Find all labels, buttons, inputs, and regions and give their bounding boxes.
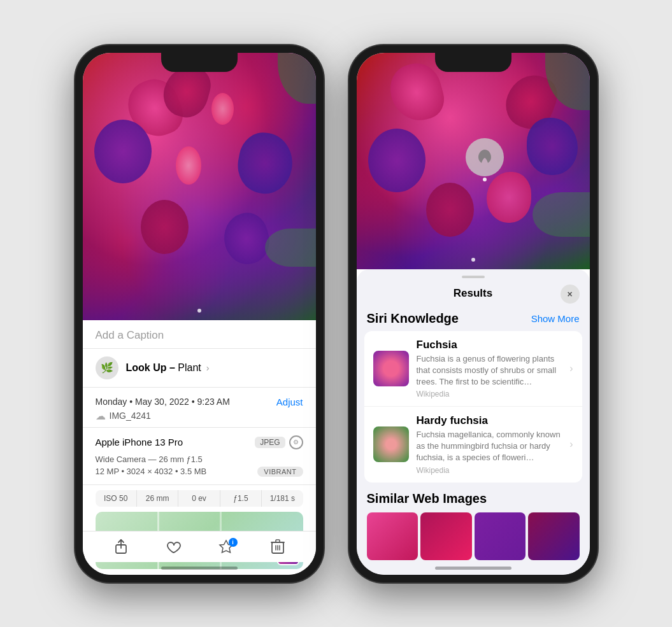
share-button[interactable]: [114, 539, 128, 554]
fuchsia-chevron: ›: [569, 363, 573, 374]
storage-info: 12 MP • 3024 × 4032 • 3.5 MB: [96, 467, 207, 476]
hardy-fuchsia-chevron: ›: [569, 439, 573, 450]
like-button[interactable]: [165, 539, 182, 554]
left-phone: Add a Caption 🌿 Look Up – Plant ›: [75, 45, 324, 582]
similar-image-4[interactable]: [528, 512, 580, 560]
caption-area[interactable]: Add a Caption: [83, 320, 316, 349]
similar-web-title: Similar Web Images: [367, 491, 580, 506]
photo-dot-left: [197, 309, 201, 313]
knowledge-item-fuchsia[interactable]: Fuchsia Fuchsia is a genus of flowering …: [364, 331, 582, 407]
notch-left: [161, 53, 238, 72]
home-indicator-left: [161, 567, 238, 570]
exif-shutter: 1/181 s: [262, 490, 303, 507]
fuchsia-thumbnail: [373, 351, 409, 386]
fuchsia-desc: Fuchsia is a genus of flowering plants t…: [417, 353, 562, 388]
toolbar: i: [83, 531, 316, 562]
adjust-button[interactable]: Adjust: [276, 397, 303, 407]
results-title: Results: [454, 287, 492, 300]
siri-dot: [483, 178, 487, 181]
format-badge: JPEG: [255, 437, 285, 448]
settings-icon: ⚙: [289, 435, 303, 449]
fuchsia-text: Fuchsia Fuchsia is a genus of flowering …: [417, 339, 562, 399]
similar-image-3[interactable]: [475, 512, 526, 560]
similar-image-1[interactable]: [367, 512, 418, 560]
device-section: Apple iPhone 13 Pro JPEG ⚙ Wide Camera —…: [83, 428, 316, 485]
svg-rect-2: [276, 540, 280, 542]
lookup-chevron: ›: [204, 363, 210, 373]
left-screen: Add a Caption 🌿 Look Up – Plant ›: [83, 53, 316, 575]
caption-placeholder[interactable]: Add a Caption: [96, 329, 164, 341]
close-button[interactable]: ×: [561, 285, 580, 304]
cloud-icon: ☁: [96, 410, 106, 422]
vibrant-badge: VIBRANT: [257, 467, 303, 477]
exif-focal-length: 26 mm: [137, 490, 178, 507]
siri-lookup-icon[interactable]: [466, 138, 504, 176]
knowledge-item-hardy-fuchsia[interactable]: Hardy fuchsia Fuchsia magellanica, commo…: [364, 407, 582, 483]
exif-exposure: 0 ev: [178, 490, 220, 507]
fuchsia-name: Fuchsia: [417, 339, 562, 351]
similar-image-2[interactable]: [420, 512, 472, 560]
show-more-button[interactable]: Show More: [531, 313, 580, 324]
exif-row: ISO 50 26 mm 0 ev ƒ1.5 1/181 s: [96, 490, 303, 507]
knowledge-card: Fuchsia Fuchsia is a genus of flowering …: [364, 331, 582, 483]
meta-date: Monday • May 30, 2022 • 9:23 AM: [96, 397, 230, 407]
home-indicator-right: [435, 567, 511, 570]
hardy-fuchsia-thumbnail: [373, 426, 409, 462]
lookup-icon: 🌿: [96, 356, 118, 379]
hardy-fuchsia-text: Hardy fuchsia Fuchsia magellanica, commo…: [417, 414, 562, 475]
camera-spec: Wide Camera — 26 mm ƒ1.5: [96, 454, 303, 464]
delete-button[interactable]: [271, 539, 285, 554]
results-panel: Results × Siri Knowledge Show More: [357, 269, 590, 575]
hardy-fuchsia-source: Wikipedia: [417, 466, 562, 475]
lookup-row[interactable]: 🌿 Look Up – Plant ›: [83, 349, 316, 388]
right-phone: Results × Siri Knowledge Show More: [349, 45, 597, 582]
meta-section: Monday • May 30, 2022 • 9:23 AM Adjust ☁…: [83, 388, 316, 428]
hardy-fuchsia-desc: Fuchsia magellanica, commonly known as t…: [417, 429, 562, 464]
photo-area-right: [357, 53, 590, 269]
similar-images-row: [367, 512, 580, 560]
results-header: Results ×: [357, 278, 590, 306]
similar-web-section: Similar Web Images: [357, 484, 590, 565]
notch-right: [435, 53, 511, 72]
photo-dot-right: [471, 258, 475, 262]
right-screen: Results × Siri Knowledge Show More: [357, 53, 590, 575]
close-icon: ×: [567, 289, 572, 299]
fuchsia-source: Wikipedia: [417, 390, 562, 398]
leaf-icon: 🌿: [101, 362, 113, 374]
meta-filename: IMG_4241: [110, 411, 151, 421]
device-name: Apple iPhone 13 Pro: [96, 437, 183, 447]
lookup-label: Look Up – Plant ›: [126, 362, 210, 374]
siri-knowledge-title: Siri Knowledge: [367, 311, 459, 326]
info-button[interactable]: i: [218, 539, 234, 554]
leaf-siri-icon: [475, 148, 494, 167]
info-badge: i: [229, 538, 238, 547]
gear-inner: ⚙: [293, 439, 299, 446]
hardy-fuchsia-name: Hardy fuchsia: [417, 414, 562, 427]
exif-iso: ISO 50: [96, 490, 137, 507]
exif-aperture: ƒ1.5: [220, 490, 262, 507]
siri-knowledge-header: Siri Knowledge Show More: [357, 306, 590, 331]
photo-area-left[interactable]: [83, 53, 316, 320]
